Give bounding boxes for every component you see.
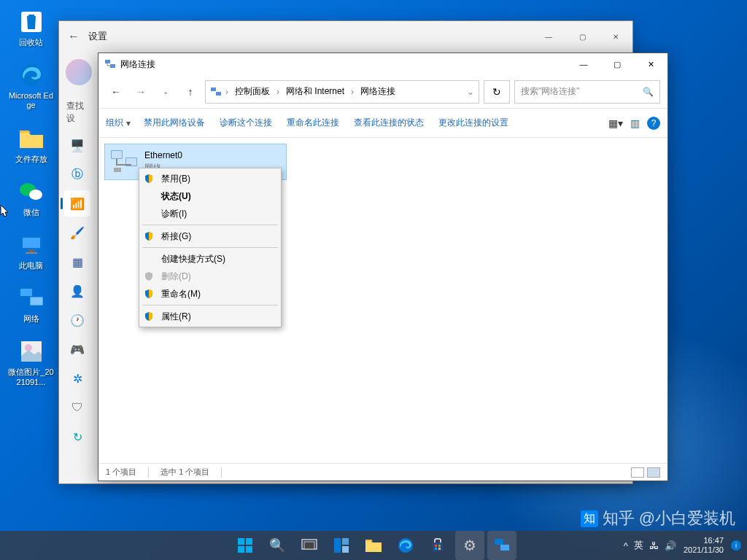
ime-indicator[interactable]: 英 (634, 539, 643, 552)
sidebar-time[interactable]: 🕐 (64, 307, 90, 333)
svg-point-3 (29, 190, 42, 200)
window-title: 网络连接 (120, 58, 155, 71)
svg-rect-14 (105, 60, 110, 63)
close-button[interactable]: ✕ (634, 53, 667, 75)
watermark: 知知乎 @小白爱装机 (581, 508, 735, 529)
sidebar-system[interactable]: 🖥️ (64, 132, 90, 158)
this-pc[interactable]: 此电脑 (7, 230, 55, 271)
tb-rename[interactable]: 重命名此连接 (279, 114, 347, 132)
svg-rect-10 (20, 289, 32, 296)
folder[interactable]: 文件存放 (7, 124, 55, 164)
control-panel-icon (210, 86, 222, 98)
address-bar[interactable]: › 控制面板 › 网络和 Internet › 网络连接 ⌄ (205, 80, 479, 104)
status-item-count: 1 个项目 (106, 467, 136, 478)
svg-rect-36 (438, 548, 441, 550)
search-button[interactable]: 🔍 (263, 531, 292, 560)
search-icon: 🔍 (643, 87, 654, 97)
help-icon[interactable]: ? (647, 117, 660, 130)
icons-view-icon[interactable] (647, 467, 660, 478)
svg-rect-29 (334, 538, 341, 553)
svg-rect-33 (435, 545, 437, 547)
ctx-rename[interactable]: 重命名(M) (139, 285, 281, 303)
network-connections-icon (104, 58, 116, 70)
wechat[interactable]: 微信 (7, 177, 55, 217)
ctx-properties[interactable]: 属性(R) (139, 308, 281, 325)
network-tray-icon[interactable]: 🖧 (649, 540, 659, 551)
tray-chevron[interactable]: ^ (624, 540, 628, 551)
svg-rect-22 (114, 168, 121, 172)
sidebar-accessibility[interactable]: ✲ (64, 365, 90, 392)
tb-status[interactable]: 查看此连接的状态 (347, 114, 431, 132)
status-selected: 选中 1 个项目 (160, 467, 209, 478)
task-view[interactable] (295, 531, 324, 560)
svg-rect-15 (110, 64, 115, 68)
close-button[interactable]: ✕ (599, 21, 632, 52)
start-button[interactable] (231, 531, 260, 560)
svg-rect-6 (28, 249, 34, 252)
svg-rect-28 (304, 542, 314, 549)
minimize-button[interactable]: — (567, 53, 600, 75)
ctx-bridge[interactable]: 桥接(G) (139, 228, 281, 245)
clock[interactable]: 16:47 2021/11/30 (684, 536, 724, 555)
sidebar-network[interactable]: 📶 (64, 190, 90, 217)
svg-rect-23 (238, 538, 244, 545)
sidebar-accounts[interactable]: 👤 (64, 278, 90, 304)
svg-rect-37 (495, 539, 503, 545)
maximize-button[interactable]: ▢ (600, 53, 634, 75)
svg-rect-34 (438, 545, 441, 547)
tb-change[interactable]: 更改此连接的设置 (431, 114, 516, 132)
svg-rect-7 (26, 252, 37, 254)
refresh-button[interactable]: ↻ (484, 80, 510, 104)
sidebar-apps[interactable]: ▦ (64, 249, 90, 275)
sidebar-personalize[interactable]: 🖌️ (64, 219, 90, 246)
taskbar: 🔍 ⚙ ^ 英 🖧 🔊 16:47 2021/11/30 i (0, 531, 747, 560)
nav-recent[interactable]: ⌄ (155, 82, 176, 102)
nav-forward[interactable]: → (131, 82, 151, 102)
sidebar-update[interactable]: ↻ (64, 424, 90, 450)
svg-rect-24 (246, 538, 252, 545)
nav-up[interactable]: ↑ (180, 82, 201, 102)
ctx-diagnose[interactable]: 诊断(I) (139, 205, 281, 222)
edge-taskbar[interactable] (391, 531, 420, 560)
network[interactable]: 网络 (7, 284, 55, 324)
widgets[interactable] (327, 531, 356, 560)
details-view-icon[interactable] (631, 467, 644, 478)
ctx-delete: 删除(D) (139, 268, 281, 285)
search-box[interactable]: 搜索"网络连接"🔍 (514, 80, 660, 104)
ethernet-icon (109, 147, 139, 176)
store[interactable] (423, 531, 452, 560)
file-explorer[interactable] (359, 531, 388, 560)
image-file[interactable]: 微信图片_2021091... (7, 337, 55, 386)
minimize-button[interactable]: — (532, 21, 565, 52)
organize-menu[interactable]: 组织 ▾ (106, 117, 136, 129)
sidebar-bluetooth[interactable]: ⓑ (64, 161, 90, 187)
svg-rect-35 (435, 548, 437, 550)
sidebar-gaming[interactable]: 🎮 (64, 336, 90, 362)
notification-icon[interactable]: i (731, 540, 741, 551)
view-options-icon[interactable]: ▦▾ (608, 117, 623, 129)
volume-tray-icon[interactable]: 🔊 (665, 540, 676, 551)
breadcrumb-leaf[interactable]: 网络连接 (357, 84, 398, 99)
maximize-button[interactable]: ▢ (565, 21, 599, 52)
tb-disable[interactable]: 禁用此网络设备 (136, 114, 212, 132)
preview-pane-icon[interactable]: ▥ (630, 117, 640, 129)
back-button[interactable]: ← (68, 30, 88, 43)
edge[interactable]: Microsoft Edge (7, 61, 55, 110)
sidebar-privacy[interactable]: 🛡 (64, 394, 90, 421)
network-taskbar[interactable] (487, 531, 516, 560)
breadcrumb-root[interactable]: 控制面板 (232, 84, 273, 99)
breadcrumb-sub[interactable]: 网络和 Internet (283, 84, 347, 99)
ctx-disable[interactable]: 禁用(B) (139, 170, 281, 187)
desktop-icons: 回收站 Microsoft Edge 文件存放 微信 此电脑 网络 微信图片_2… (7, 7, 55, 387)
search-label: 查找设 (59, 96, 96, 129)
ctx-shortcut[interactable]: 创建快捷方式(S) (139, 250, 281, 268)
nav-back[interactable]: ← (106, 82, 126, 102)
context-menu: 禁用(B) 状态(U) 诊断(I) 桥接(G) 创建快捷方式(S) 删除(D) … (139, 168, 282, 327)
tb-diagnose[interactable]: 诊断这个连接 (212, 114, 279, 132)
recycle-bin[interactable]: 回收站 (7, 7, 55, 47)
settings-taskbar[interactable]: ⚙ (455, 531, 484, 560)
ctx-status[interactable]: 状态(U) (139, 187, 281, 205)
svg-rect-31 (342, 546, 349, 553)
svg-rect-38 (500, 545, 509, 551)
user-avatar[interactable] (66, 59, 92, 85)
